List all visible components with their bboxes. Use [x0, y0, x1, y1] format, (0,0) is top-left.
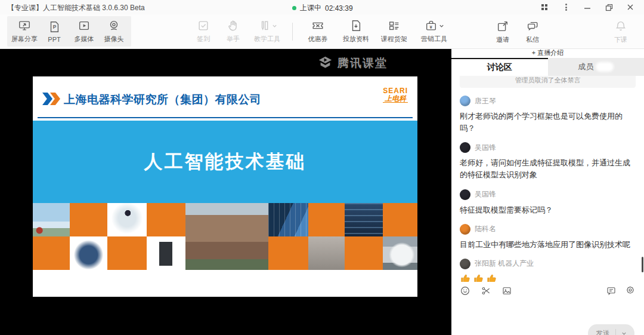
slide-title: 人工智能技术基础	[144, 149, 306, 174]
sender-name: 陆科名	[475, 224, 496, 234]
layout-grid-icon[interactable]	[537, 1, 552, 14]
panel-tabs: 讨论区 成员	[451, 58, 644, 76]
course-shelf-button[interactable]: 课程货架	[375, 19, 413, 44]
avatar	[460, 189, 470, 200]
add-live-intro-button[interactable]: + 直播介绍	[451, 49, 644, 58]
raise-hand-button[interactable]: 举手	[218, 19, 248, 44]
end-class-button[interactable]: 下课	[606, 20, 636, 44]
screenshot-scissors-icon[interactable]	[481, 285, 491, 296]
coupon-button[interactable]: 优惠券	[299, 19, 337, 44]
marketing-tools-button[interactable]: ¥ 营销工具	[413, 19, 455, 44]
button-label: 私信	[526, 35, 539, 44]
invite-button[interactable]: 邀请	[488, 20, 518, 44]
thumbs-up-emoji	[486, 273, 497, 282]
emoji-picker-icon[interactable]	[460, 285, 470, 296]
classroom-logo-icon	[317, 55, 333, 71]
message-emoji-row	[460, 273, 636, 282]
sender-name: 唐王琴	[475, 96, 496, 106]
thumbs-up-emoji	[473, 273, 484, 282]
bell-icon	[614, 20, 627, 33]
class-status: 上课中 02:43:39	[292, 3, 353, 13]
photo-institute-building	[185, 203, 268, 270]
photo-wind-turbine	[33, 203, 70, 236]
restore-button[interactable]	[601, 1, 617, 14]
photo-circuit-breaker	[147, 236, 185, 270]
seari-logo-cn: 上电科	[383, 95, 408, 103]
tab-members-label: 成员	[578, 62, 593, 72]
send-button[interactable]: 发送	[588, 324, 634, 335]
button-label: 屏幕分享	[11, 35, 38, 44]
chat-message: 唐王琴 刚才老师说的两个学习框架也是可以免费使用的吗？	[460, 96, 636, 134]
message-display-settings-icon[interactable]	[606, 285, 617, 296]
coupon-icon	[311, 19, 324, 32]
button-label: 邀请	[496, 35, 509, 44]
camera-icon	[107, 19, 120, 32]
photo-checkerboard-strip	[33, 203, 417, 270]
title-banner: 人工智能技术基础	[33, 121, 417, 203]
camera-button[interactable]: 摄像头	[99, 19, 129, 44]
screen-share-button[interactable]: 屏幕分享	[10, 19, 39, 44]
screen-share-icon	[18, 19, 31, 32]
tencent-classroom-watermark: 腾讯课堂	[317, 55, 388, 71]
communication-group: 邀请 私信	[488, 20, 547, 44]
presentation-slide: 上海电器科学研究所（集团）有限公司 SEARI 上电科 人工智能技术基础	[33, 76, 417, 297]
minimize-button[interactable]	[580, 1, 595, 14]
photo-server-cabinet	[345, 203, 383, 236]
button-label: 课程货架	[381, 35, 407, 44]
materials-button[interactable]: 投放资料	[337, 19, 375, 44]
photo-electric-motor	[70, 236, 107, 270]
multimedia-button[interactable]: 多媒体	[69, 19, 99, 44]
chat-input-toolbar	[451, 283, 644, 299]
message-text: 特征提取模型需要标记吗？	[460, 204, 636, 216]
button-label: 多媒体	[75, 35, 94, 44]
button-label: 投放资料	[343, 35, 369, 44]
more-menu-icon[interactable]	[558, 1, 574, 14]
invite-icon	[496, 20, 509, 33]
private-message-button[interactable]: 私信	[518, 20, 547, 44]
title-bar: 【专业课】人工智能技术基础 3.0.6.30 Beta 上课中 02:43:39	[0, 0, 644, 14]
thumbs-up-emoji	[460, 273, 471, 282]
tab-members[interactable]: 成员	[548, 58, 644, 76]
button-label: 举手	[227, 35, 240, 44]
chevron-down-icon[interactable]	[621, 331, 627, 335]
orange-tile	[345, 236, 383, 270]
sender-name: 张阳新 机器人产业	[475, 259, 534, 269]
svg-text:¥: ¥	[429, 24, 432, 30]
video-stage: 腾讯课堂 上海电器科学研究所（集团）有限公司 SEARI 上电科 人工智能技术基…	[0, 49, 451, 335]
chevrons-logo-icon	[42, 93, 60, 105]
sender-name: 吴国锋	[475, 189, 496, 199]
photo-robot	[107, 203, 147, 236]
avatar	[460, 224, 470, 235]
orange-tile	[107, 236, 147, 270]
header-rule	[38, 117, 413, 118]
ppt-button[interactable]: P PPT	[39, 20, 69, 43]
avatar	[460, 259, 470, 269]
multimedia-icon	[78, 19, 91, 32]
close-button[interactable]	[623, 1, 638, 14]
chat-scrollbar[interactable]	[642, 257, 643, 272]
class-status-label: 上课中	[300, 3, 321, 13]
photo-test-chamber	[308, 236, 345, 270]
sign-in-button[interactable]: 签到	[188, 19, 218, 44]
seari-logo-text: SEARI	[383, 87, 408, 95]
button-label: 教学工具	[254, 35, 280, 44]
sign-in-icon	[197, 19, 210, 32]
main-toolbar: 屏幕分享 P PPT 多媒体	[0, 14, 644, 49]
send-divider	[615, 329, 616, 335]
device-group: 屏幕分享 P PPT 多媒体	[7, 16, 131, 47]
button-label: 摄像头	[104, 35, 124, 44]
side-panel: + 直播介绍 讨论区 成员 管理员取消了全体禁言 唐王琴 刚才老师说的两个学习框…	[451, 49, 644, 335]
member-count-blur	[596, 62, 614, 72]
message-text: 老师好，请问如何生成特征提取模型，并通过生成的特征模型去识别对象	[460, 157, 636, 181]
svg-text:P: P	[53, 24, 57, 30]
tab-discussion[interactable]: 讨论区	[451, 58, 548, 76]
class-tools-group: 签到 举手 教学工具	[188, 19, 286, 44]
materials-icon	[349, 19, 363, 32]
course-shelf-icon	[388, 19, 401, 32]
teaching-tools-icon	[258, 19, 277, 32]
orange-tile	[268, 236, 308, 270]
send-image-icon[interactable]	[501, 285, 512, 296]
teaching-tools-button[interactable]: 教学工具	[248, 19, 286, 44]
chat-settings-gear-icon[interactable]	[625, 285, 636, 296]
orange-tile	[308, 203, 345, 236]
